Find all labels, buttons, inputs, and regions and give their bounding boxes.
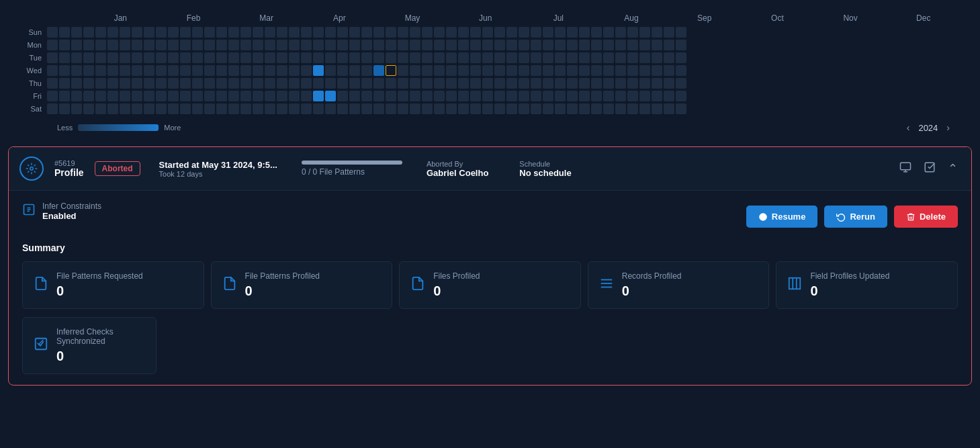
calendar-cell[interactable] xyxy=(482,103,493,114)
calendar-cell[interactable] xyxy=(676,27,686,38)
calendar-cell[interactable] xyxy=(603,52,614,63)
calendar-cell[interactable] xyxy=(470,91,481,101)
calendar-cell[interactable] xyxy=(506,40,517,50)
calendar-cell[interactable] xyxy=(325,27,336,38)
calendar-cell[interactable] xyxy=(83,40,94,50)
calendar-cell[interactable] xyxy=(192,40,203,50)
calendar-cell[interactable] xyxy=(289,91,300,101)
calendar-cell[interactable] xyxy=(83,103,94,114)
calendar-cell[interactable] xyxy=(458,91,469,101)
calendar-cell[interactable] xyxy=(361,52,372,63)
calendar-cell[interactable] xyxy=(204,78,215,89)
calendar-cell[interactable] xyxy=(482,27,493,38)
calendar-cell[interactable] xyxy=(132,103,142,114)
calendar-cell[interactable] xyxy=(83,52,94,63)
calendar-cell[interactable] xyxy=(325,78,336,89)
calendar-cell[interactable] xyxy=(156,65,167,76)
calendar-cell[interactable] xyxy=(253,27,263,38)
calendar-cell[interactable] xyxy=(216,52,227,63)
calendar-cell[interactable] xyxy=(555,103,566,114)
calendar-cell[interactable] xyxy=(458,78,469,89)
calendar-cell[interactable] xyxy=(615,91,626,101)
calendar-cell[interactable] xyxy=(470,103,481,114)
calendar-cell[interactable] xyxy=(240,65,251,76)
calendar-cell[interactable] xyxy=(361,78,372,89)
calendar-cell[interactable] xyxy=(555,52,566,63)
calendar-cell[interactable] xyxy=(120,27,130,38)
calendar-cell[interactable] xyxy=(301,27,312,38)
calendar-cell[interactable] xyxy=(144,52,154,63)
calendar-cell[interactable] xyxy=(398,103,408,114)
calendar-cell[interactable] xyxy=(446,78,457,89)
calendar-cell[interactable] xyxy=(676,103,686,114)
calendar-cell[interactable] xyxy=(519,52,529,63)
next-year-button[interactable]: › xyxy=(943,121,953,134)
calendar-cell[interactable] xyxy=(543,103,553,114)
calendar-cell[interactable] xyxy=(216,40,227,50)
calendar-cell[interactable] xyxy=(591,103,602,114)
calendar-cell[interactable] xyxy=(555,78,566,89)
calendar-cell[interactable] xyxy=(265,27,275,38)
calendar-cell[interactable] xyxy=(652,91,662,101)
calendar-cell[interactable] xyxy=(144,91,154,101)
calendar-cell[interactable] xyxy=(180,27,191,38)
calendar-cell[interactable] xyxy=(59,27,70,38)
check-button[interactable] xyxy=(921,159,938,179)
calendar-cell[interactable] xyxy=(120,103,130,114)
calendar-cell[interactable] xyxy=(639,52,650,63)
calendar-cell[interactable] xyxy=(47,65,58,76)
calendar-cell[interactable] xyxy=(627,40,638,50)
calendar-cell[interactable] xyxy=(567,103,578,114)
calendar-cell[interactable] xyxy=(591,65,602,76)
calendar-cell[interactable] xyxy=(639,65,650,76)
calendar-cell[interactable] xyxy=(95,91,106,101)
calendar-cell[interactable] xyxy=(373,40,384,50)
calendar-cell[interactable] xyxy=(664,65,674,76)
calendar-cell[interactable] xyxy=(59,103,70,114)
calendar-cell[interactable] xyxy=(543,78,553,89)
calendar-cell[interactable] xyxy=(71,78,82,89)
calendar-cell[interactable] xyxy=(422,52,433,63)
calendar-cell[interactable] xyxy=(265,40,275,50)
calendar-cell[interactable] xyxy=(676,91,686,101)
calendar-cell[interactable] xyxy=(458,40,469,50)
calendar-cell[interactable] xyxy=(652,103,662,114)
calendar-cell[interactable] xyxy=(204,103,215,114)
calendar-cell[interactable] xyxy=(180,65,191,76)
calendar-cell[interactable] xyxy=(591,27,602,38)
calendar-cell[interactable] xyxy=(494,27,505,38)
calendar-cell[interactable] xyxy=(168,103,179,114)
calendar-cell[interactable] xyxy=(652,65,662,76)
calendar-cell[interactable] xyxy=(265,103,275,114)
calendar-cell[interactable] xyxy=(494,78,505,89)
calendar-cell[interactable] xyxy=(591,91,602,101)
calendar-cell[interactable] xyxy=(71,40,82,50)
calendar-cell[interactable] xyxy=(47,103,58,114)
calendar-cell[interactable] xyxy=(144,40,154,50)
calendar-cell[interactable] xyxy=(301,52,312,63)
calendar-cell[interactable] xyxy=(95,40,106,50)
calendar-cell[interactable] xyxy=(289,27,300,38)
calendar-cell[interactable] xyxy=(156,27,167,38)
calendar-cell[interactable] xyxy=(301,78,312,89)
calendar-cell[interactable] xyxy=(555,65,566,76)
calendar-cell[interactable] xyxy=(216,27,227,38)
calendar-cell[interactable] xyxy=(240,52,251,63)
calendar-cell[interactable] xyxy=(410,103,420,114)
calendar-cell[interactable] xyxy=(506,91,517,101)
calendar-cell[interactable] xyxy=(506,78,517,89)
calendar-cell[interactable] xyxy=(132,27,142,38)
calendar-cell[interactable] xyxy=(240,27,251,38)
calendar-cell[interactable] xyxy=(277,40,287,50)
calendar-cell[interactable] xyxy=(228,103,239,114)
calendar-cell[interactable] xyxy=(373,52,384,63)
calendar-cell[interactable] xyxy=(180,78,191,89)
calendar-cell[interactable] xyxy=(59,91,70,101)
calendar-cell[interactable] xyxy=(555,91,566,101)
calendar-cell[interactable] xyxy=(361,65,372,76)
calendar-cell[interactable] xyxy=(301,91,312,101)
calendar-cell[interactable] xyxy=(603,103,614,114)
calendar-cell[interactable] xyxy=(313,78,324,89)
calendar-cell[interactable] xyxy=(168,40,179,50)
calendar-cell[interactable] xyxy=(168,52,179,63)
